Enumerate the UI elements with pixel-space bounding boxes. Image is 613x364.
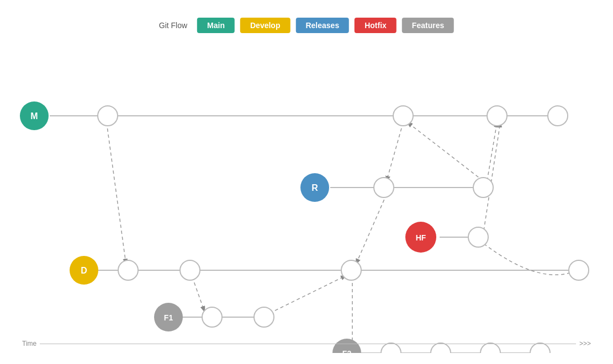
svg-line-23: [356, 194, 387, 264]
svg-point-29: [548, 106, 568, 126]
svg-point-26: [98, 106, 118, 126]
timeline-line: [40, 344, 576, 344]
timeline-arrow: >>>: [579, 340, 591, 347]
svg-text:F2: F2: [342, 349, 352, 353]
git-flow-diagram: M D R HF F1 F2: [0, 55, 613, 353]
timeline: Time >>>: [22, 340, 591, 347]
svg-line-25: [387, 122, 403, 181]
legend-main: Main: [197, 18, 235, 33]
svg-line-17: [107, 122, 126, 264]
svg-point-30: [374, 178, 394, 197]
legend-develop: Develop: [240, 18, 290, 33]
legend-title: Git Flow: [159, 21, 187, 30]
svg-line-19: [269, 276, 346, 313]
svg-point-31: [473, 178, 493, 197]
legend-hotfix: Hotfix: [355, 18, 397, 33]
svg-point-38: [254, 307, 274, 327]
svg-text:HF: HF: [416, 233, 426, 242]
svg-point-37: [202, 307, 222, 327]
svg-point-34: [180, 260, 200, 280]
svg-point-28: [487, 106, 507, 126]
svg-point-33: [118, 260, 138, 280]
svg-text:M: M: [30, 111, 38, 121]
timeline-label: Time: [22, 340, 36, 347]
legend-features: Features: [402, 18, 454, 33]
svg-line-18: [192, 277, 204, 311]
svg-point-36: [569, 260, 589, 280]
svg-line-24: [484, 122, 500, 231]
svg-line-21: [408, 122, 483, 181]
svg-text:R: R: [311, 183, 318, 192]
svg-point-32: [468, 227, 488, 247]
legend-releases: Releases: [295, 18, 349, 33]
legend: Git Flow Main Develop Releases Hotfix Fe…: [159, 18, 454, 33]
svg-text:D: D: [81, 266, 87, 275]
svg-point-27: [393, 106, 413, 126]
svg-text:F1: F1: [164, 313, 173, 322]
svg-point-35: [341, 260, 361, 280]
